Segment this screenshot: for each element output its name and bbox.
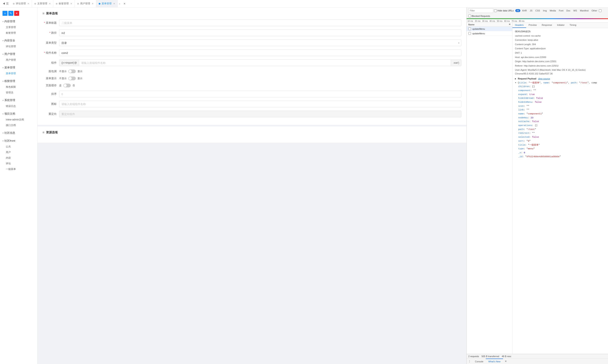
chevron-down-icon: ▾ <box>2 20 3 23</box>
sidebar-item-menu[interactable]: 菜单管理 <box>0 71 37 76</box>
request-item-0[interactable]: updateMenu <box>467 27 512 31</box>
sidebar-item-content-front[interactable]: 内容 <box>0 155 37 161</box>
sidebar-item-user-front[interactable]: 用户 <box>0 150 37 155</box>
sidebar-item-public[interactable]: 公共 <box>0 144 37 150</box>
sidebar-group-title-content-management[interactable]: ▾ 内容管理 <box>0 18 37 25</box>
filter-other-button[interactable]: Other <box>590 9 599 12</box>
tab-timing[interactable]: Timing <box>567 23 579 28</box>
sidebar-item-tag[interactable]: 标签管理 <box>0 30 37 36</box>
sidebar-item-role[interactable]: 角色权限 <box>0 84 37 90</box>
component-input[interactable] <box>79 60 451 66</box>
menu-title-input[interactable] <box>59 20 461 26</box>
path-input[interactable] <box>59 29 461 36</box>
filter-ws-button[interactable]: WS <box>572 9 578 12</box>
sidebar-item-primary-menu[interactable]: 一级菜单 <box>0 166 37 172</box>
tab-article[interactable]: 文章管理 ✕ <box>32 0 53 7</box>
component-name-input[interactable] <box>59 50 461 56</box>
header-content-type: Content-Type: application/json <box>515 47 606 51</box>
tab-back-button[interactable]: ◀ 页 <box>1 2 10 6</box>
redirect-label: 重定向 <box>42 112 59 116</box>
tab-close-icon[interactable]: ✕ <box>92 2 94 5</box>
sidebar-group-title-community-front[interactable]: ▾ 社区front <box>0 138 37 144</box>
breadcrumb-toggle-row: 不显示 显示 <box>59 69 83 73</box>
sidebar-item-error-log[interactable]: 错误日志 <box>0 103 37 109</box>
request-item-1[interactable]: updateMenu <box>467 31 512 36</box>
filter-all-button[interactable]: All <box>515 9 520 12</box>
breadcrumb-toggle[interactable] <box>68 69 76 73</box>
requests-list: Name ✕ updateMenu updateMenu <box>467 23 512 354</box>
sidebar-item-user[interactable]: 用户管理 <box>0 57 37 63</box>
filter-js-button[interactable]: JS <box>528 9 534 12</box>
payload-operations: operations: [] <box>515 124 606 128</box>
filter-css-button[interactable]: CSS <box>534 9 541 12</box>
tab-close-icon[interactable]: ✕ <box>70 2 72 5</box>
cache-toggle[interactable] <box>63 84 71 87</box>
request-checkbox-0[interactable] <box>468 27 471 30</box>
hide-data-urls-checkbox[interactable]: Hide data URLs <box>494 9 514 12</box>
sidebar-edit-button[interactable]: ✎ <box>8 11 13 16</box>
header-origin: Origin: http://admin.dev.toimc.com:22501 <box>515 60 606 64</box>
sidebar-group-title-community-info[interactable]: ▾ 社区信息 <box>0 130 37 136</box>
sidebar-item-article[interactable]: 文章管理 <box>0 25 37 30</box>
request-checkbox-1[interactable] <box>468 32 471 35</box>
view-source-link[interactable]: view source <box>538 77 550 80</box>
devtools-timeline: 10 ms 20 ms 30 ms 40 ms 50 ms 60 ms 70 m… <box>467 18 608 23</box>
tab-comment[interactable]: 评论管理 ✕ <box>10 0 32 7</box>
sidebar-add-button[interactable]: + <box>2 11 8 16</box>
header-user-agent: User-Agent: Mozilla/5.0 (Macintosh; Inte… <box>515 68 606 76</box>
other-filter-check[interactable] <box>599 9 602 12</box>
sidebar-item-iview-admin-docs[interactable]: iview-admin文档 <box>0 117 37 122</box>
filter-img-button[interactable]: Img <box>542 9 548 12</box>
filter-font-button[interactable]: Font <box>558 9 565 12</box>
filter-xhr-button[interactable]: XHR <box>521 9 528 12</box>
tab-preview[interactable]: Preview <box>526 23 539 28</box>
hide-data-urls-check[interactable] <box>494 9 497 12</box>
tab-tag[interactable]: 标签管理 ✕ <box>53 0 75 7</box>
blocked-requests-checkbox[interactable]: Blocked Requests <box>468 14 490 17</box>
tab-whats-new[interactable]: What's New <box>486 359 503 364</box>
sort-input[interactable] <box>59 91 461 97</box>
tab-user[interactable]: 用户管理 ✕ <box>75 0 96 7</box>
header-referer-value: Referer: http://admin.dev.toimc.com:2250… <box>515 65 559 67</box>
form-row-breadcrumb: 面包屑 不显示 显示 <box>42 69 461 73</box>
tab-close-all-button[interactable]: ✕ <box>122 2 127 5</box>
tab-console[interactable]: Console <box>472 359 486 364</box>
tab-response[interactable]: Response <box>539 23 555 28</box>
payload-v: _v: 0 <box>515 151 606 155</box>
filter-doc-button[interactable]: Doc <box>565 9 572 12</box>
menu-type-select[interactable]: 目录 菜单 按钮 <box>59 39 461 46</box>
sidebar-group-title-content-security[interactable]: ▾ 内容安全 <box>0 38 37 44</box>
tab-initiator[interactable]: Initiator <box>554 23 567 28</box>
sidebar-item-comment[interactable]: 评论管理 <box>0 44 37 49</box>
tab-close-icon[interactable]: ✕ <box>49 2 51 5</box>
blocked-requests-check[interactable] <box>468 14 471 17</box>
sidebar-group-title-permission[interactable]: ▾ 权限管理 <box>0 78 37 84</box>
header-content-length-value: Content-Length: 304 <box>515 43 536 46</box>
filter-input[interactable] <box>468 8 493 13</box>
devtools-menu-icon[interactable]: ⋮ <box>467 359 472 364</box>
tab-close-icon[interactable]: ✕ <box>113 2 115 5</box>
filter-manifest-button[interactable]: Manifest <box>579 9 590 12</box>
sidebar-group-title-docs[interactable]: ▾ 项目文档 <box>0 111 37 117</box>
sidebar-group-title-user-management[interactable]: ▾ 用户管理 <box>0 51 37 57</box>
whats-new-close-icon[interactable]: ✕ <box>503 359 509 364</box>
sidebar-item-api-docs[interactable]: 接口文档 <box>0 122 37 128</box>
icon-input[interactable] <box>59 101 461 107</box>
sidebar-item-comment-front[interactable]: 评论 <box>0 161 37 166</box>
sidebar-item-admin[interactable]: 管理员 <box>0 90 37 95</box>
filter-media-button[interactable]: Media <box>548 9 557 12</box>
tab-more-button[interactable]: › <box>118 2 122 5</box>
tab-headers[interactable]: Headers <box>512 23 526 28</box>
sidebar-delete-button[interactable]: ✕ <box>14 11 19 16</box>
header-token: 0EKh29AVjEZk <box>515 30 606 34</box>
menu-display-toggle[interactable] <box>68 77 76 80</box>
payload-component: component: "" <box>515 89 606 92</box>
redirect-input[interactable] <box>59 111 461 117</box>
tab-close-icon[interactable]: ✕ <box>28 2 29 5</box>
close-detail-icon[interactable]: ✕ <box>509 23 511 26</box>
sidebar-group-title-menu-management[interactable]: ▾ 菜单管理 <box>0 65 37 71</box>
sidebar-group-label: 内容安全 <box>4 39 15 42</box>
payload-title: ▸ <box>515 77 516 80</box>
sidebar-group-title-system[interactable]: ▾ 系统管理 <box>0 97 37 103</box>
tab-menu[interactable]: 菜单管理 ✕ <box>96 0 118 7</box>
